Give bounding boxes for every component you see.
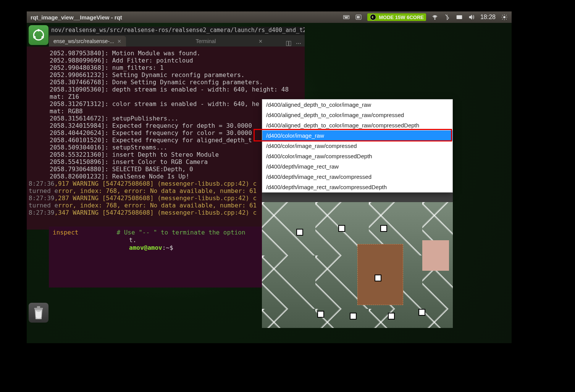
more-icon[interactable] bbox=[296, 40, 302, 47]
dropdown-item[interactable]: /d400/depth/image_rect_raw/compressed bbox=[262, 172, 452, 182]
aruco-marker bbox=[375, 275, 381, 281]
svg-rect-29 bbox=[286, 41, 288, 46]
wifi-icon[interactable] bbox=[431, 14, 438, 21]
svg-point-14 bbox=[37, 29, 40, 31]
dropdown-item[interactable]: /d400/aligned_depth_to_color/image_raw/c… bbox=[262, 120, 452, 130]
svg-point-31 bbox=[296, 43, 297, 44]
dropdown-item[interactable]: /d400/color/image_raw bbox=[262, 130, 452, 141]
svg-rect-28 bbox=[37, 306, 40, 308]
dropdown-item[interactable]: /d400/color/image_raw/compressedDepth bbox=[262, 151, 452, 161]
aruco-marker bbox=[317, 311, 324, 318]
svg-rect-7 bbox=[357, 16, 358, 18]
aruco-marker bbox=[380, 225, 387, 232]
tab-terminal[interactable]: Terminal ✕ bbox=[126, 36, 286, 47]
svg-point-32 bbox=[298, 43, 299, 44]
svg-point-33 bbox=[300, 43, 300, 44]
foam-mat bbox=[422, 240, 449, 271]
camera-image bbox=[262, 202, 453, 328]
dropdown-item[interactable]: /d400/aligned_depth_to_color/image_raw/c… bbox=[262, 110, 452, 120]
aruco-marker bbox=[388, 313, 395, 320]
svg-rect-4 bbox=[348, 16, 349, 17]
dropdown-item[interactable]: /d400/color/image_raw/compressed bbox=[262, 141, 452, 151]
svg-point-15 bbox=[33, 36, 36, 39]
input-method-icon[interactable] bbox=[355, 14, 362, 21]
power-mode-label: MODE 15W 6CORE bbox=[379, 14, 424, 20]
svg-rect-2 bbox=[346, 16, 346, 17]
top-panel: rqt_image_view__ImageView - rqt MODE 15W… bbox=[27, 11, 512, 23]
editor-tab-row: ense_ws/src/realsense-... ✕ Terminal ✕ bbox=[49, 35, 305, 47]
trash-icon[interactable] bbox=[29, 303, 48, 323]
svg-rect-5 bbox=[345, 18, 348, 18]
svg-rect-27 bbox=[34, 308, 43, 309]
svg-point-13 bbox=[34, 30, 44, 40]
prompt-user: amov@amov bbox=[129, 244, 162, 251]
svg-rect-1 bbox=[344, 16, 345, 17]
aruco-marker bbox=[418, 309, 425, 316]
svg-point-16 bbox=[42, 36, 44, 39]
dropdown-item[interactable]: /d400/depth/image_rect_raw bbox=[262, 161, 452, 172]
dropdown-item[interactable]: /d400/depth/image_rect_raw/compressedDep… bbox=[262, 182, 452, 192]
svg-rect-3 bbox=[347, 16, 347, 17]
mail-icon[interactable] bbox=[456, 14, 463, 21]
gear-icon[interactable] bbox=[501, 14, 508, 21]
topic-dropdown[interactable]: /d400/aligned_depth_to_color/image_raw/d… bbox=[262, 99, 453, 193]
svg-point-12 bbox=[504, 16, 506, 18]
keyboard-icon[interactable] bbox=[343, 14, 350, 21]
close-icon[interactable]: ✕ bbox=[117, 39, 121, 44]
dash-icon[interactable] bbox=[29, 25, 48, 45]
aruco-marker bbox=[338, 225, 345, 232]
svg-rect-30 bbox=[289, 41, 291, 46]
volume-icon[interactable] bbox=[468, 14, 475, 21]
clock[interactable]: 18:28 bbox=[480, 14, 496, 21]
editor-path-bar: nov/realsense_ws/src/realsense-ros/reals… bbox=[49, 27, 305, 35]
aruco-marker bbox=[296, 229, 303, 236]
aruco-marker bbox=[350, 313, 357, 320]
dropdown-item[interactable]: /d400/aligned_depth_to_color/image_raw bbox=[262, 100, 452, 110]
bluetooth-icon[interactable] bbox=[444, 14, 451, 21]
close-icon[interactable]: ✕ bbox=[258, 39, 263, 44]
svg-rect-8 bbox=[359, 16, 359, 18]
svg-point-10 bbox=[434, 19, 435, 20]
svg-rect-0 bbox=[344, 16, 349, 19]
tab-realsense-file[interactable]: ense_ws/src/realsense-... ✕ bbox=[49, 36, 126, 47]
system-tray: MODE 15W 6CORE 18:28 bbox=[343, 13, 508, 21]
window-title: rqt_image_view__ImageView - rqt bbox=[31, 14, 343, 21]
split-icon[interactable] bbox=[286, 40, 292, 47]
nvidia-power-badge[interactable]: MODE 15W 6CORE bbox=[367, 13, 426, 21]
